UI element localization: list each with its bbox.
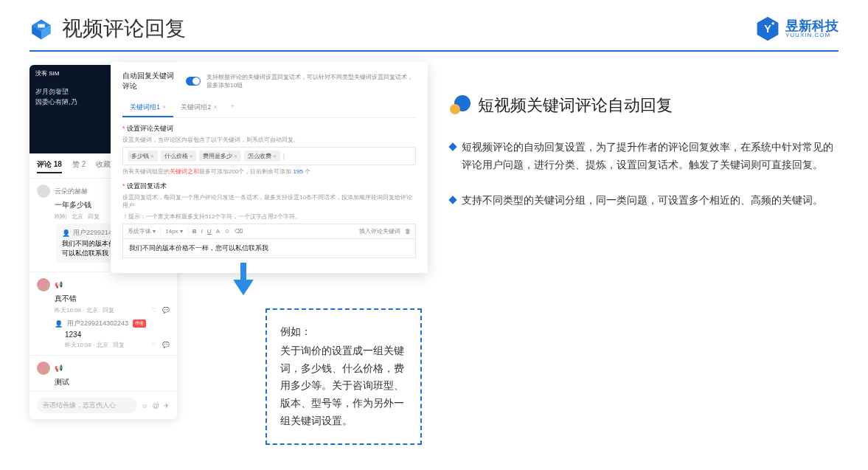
heart-icon[interactable]: ♡: [151, 307, 156, 314]
send-icon[interactable]: ✈: [164, 402, 170, 409]
ad-icon: 📢: [55, 281, 63, 288]
close-icon[interactable]: ×: [213, 103, 217, 111]
arrow-down-icon: [232, 263, 254, 303]
at-icon[interactable]: @: [153, 402, 159, 409]
keyword-group-tab[interactable]: 关键词组2×: [173, 99, 224, 117]
clear-icon[interactable]: ⌫: [235, 228, 243, 235]
section-title: 短视频关键词评论自动回复: [478, 94, 673, 117]
chat-bubbles-icon: [450, 95, 471, 116]
svg-marker-8: [235, 282, 252, 295]
avatar: [37, 184, 50, 198]
ad-icon: 📢: [55, 364, 63, 372]
comment-item: 📢 真不错 昨天10:08 · 北京回复♡💬 👤用户2299214302243作…: [29, 272, 177, 356]
comment-item: 📢 测试: [29, 356, 177, 391]
font-select[interactable]: 系统字体 ▾: [128, 227, 161, 235]
diamond-icon: [448, 196, 456, 204]
comment-icon[interactable]: 💬: [162, 342, 170, 348]
keyword-group-tab[interactable]: 关键词组1×: [122, 99, 173, 117]
bold-icon[interactable]: B: [192, 228, 197, 235]
close-icon[interactable]: ×: [162, 103, 166, 111]
person-icon: 👤: [55, 320, 63, 328]
cube-icon: [29, 17, 53, 41]
size-select[interactable]: 14px ▾: [165, 228, 188, 235]
status-left: 没有 SIM: [35, 69, 59, 77]
emoji-icon[interactable]: ☺: [142, 402, 148, 409]
underline-icon[interactable]: U: [207, 228, 212, 235]
insert-keyword-button[interactable]: 插入评论关键词: [359, 227, 400, 235]
svg-marker-3: [38, 24, 45, 28]
field-label: 设置评论关键词: [127, 125, 173, 132]
settings-panel: 自动回复关键词评论 支持根据评论的关键词设置回复话术，可以针对不同类型关键词设置…: [111, 62, 428, 273]
page-title: 视频评论回复: [62, 15, 186, 43]
tab-comments[interactable]: 评论 18: [37, 159, 62, 173]
svg-rect-7: [240, 263, 246, 283]
header-divider: [29, 50, 839, 52]
keyword-tag[interactable]: 什么价格×: [161, 151, 197, 162]
comment-input-bar: 善语结善缘，恶言伤人心 ☺ @ ✈: [29, 391, 177, 419]
add-tab-button[interactable]: +: [225, 99, 240, 117]
tab-favs[interactable]: 收藏: [96, 159, 111, 173]
color-icon[interactable]: A: [216, 228, 220, 235]
keyword-tag[interactable]: 怎么收费×: [244, 151, 280, 162]
heart-icon[interactable]: ♡: [151, 342, 156, 348]
reply-editor[interactable]: 我们不同的版本价格不一样，您可以私信联系我: [122, 239, 416, 258]
avatar: [37, 362, 50, 375]
field-label: 设置回复话术: [127, 182, 167, 190]
person-icon: 👤: [62, 229, 70, 237]
keyword-tag[interactable]: 费用是多少×: [199, 151, 241, 162]
toggle-switch[interactable]: [186, 77, 201, 86]
example-callout: 例如： 关于询价的设置成一组关键词，多少钱、什么价格，费用多少等。关于咨询班型、…: [265, 308, 422, 445]
avatar: [37, 278, 50, 291]
bullet-item: 支持不同类型的关键词分组，同一类问题，可设置多个相近的、高频的关键词。: [450, 192, 839, 210]
diamond-icon: [448, 142, 456, 151]
svg-text:Y: Y: [764, 23, 771, 35]
keyword-input[interactable]: 多少钱× 什么价格× 费用是多少× 怎么收费× |: [122, 147, 416, 165]
logo-icon: Y: [754, 15, 781, 42]
settings-toggle-label: 自动回复关键词评论: [122, 71, 180, 91]
svg-point-6: [771, 22, 774, 25]
italic-icon[interactable]: I: [201, 228, 203, 235]
editor-toolbar: 系统字体 ▾ 14px ▾ B I U A ☺ ⌫ 插入评论关键词 🗑: [122, 224, 416, 239]
delete-icon[interactable]: 🗑: [405, 228, 411, 235]
emoji-icon[interactable]: ☺: [224, 228, 230, 235]
keyword-tag[interactable]: 多少钱×: [128, 151, 158, 162]
comment-icon[interactable]: 💬: [162, 307, 170, 314]
tab-likes[interactable]: 赞 2: [72, 159, 86, 173]
bullet-item: 短视频评论的自动回复设置，为了提升作者的评论回复效率，在系统中针对常见的评论用户…: [450, 139, 839, 174]
brand-logo: Y 昱新科技 YUUXIN.COM: [754, 15, 839, 42]
comment-input[interactable]: 善语结善缘，恶言伤人心: [37, 398, 137, 413]
